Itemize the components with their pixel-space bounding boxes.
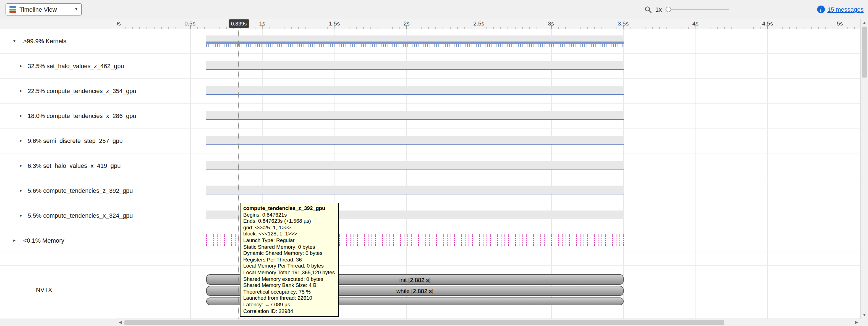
scroll-up-icon[interactable]: ▲ [861, 19, 868, 26]
bottom-left-filler [0, 319, 117, 326]
ruler-tick-mark [768, 25, 768, 29]
ruler-tick-mark [551, 25, 552, 29]
time-marker-badge[interactable]: 0.839s [228, 19, 249, 28]
tooltip-line: Dynamic Shared Memory: 0 bytes [243, 250, 335, 256]
timeline-row: ▾>99.9% Kernels [0, 29, 860, 54]
tooltip-title: compute_tendencies_z_392_gpu [243, 205, 335, 211]
timeline-view-dropdown[interactable]: Timeline View ▾ [5, 3, 82, 16]
tooltip-line: Local Memory Per Thread: 0 bytes [243, 263, 335, 269]
tooltip-line: Shared Memory executed: 0 bytes [243, 276, 335, 282]
kernel-activity-band[interactable] [206, 186, 624, 194]
time-marker-line [238, 29, 239, 319]
chevron-right-icon[interactable]: ▸ [20, 138, 22, 143]
horizontal-scrollbar[interactable]: ◀ ▶ [117, 319, 860, 326]
row-label: >99.9% Kernels [23, 38, 66, 44]
chevron-down-icon[interactable]: ▾ [13, 38, 16, 44]
chevron-right-icon[interactable]: ▸ [20, 188, 22, 193]
row-label-cell[interactable]: ▸<0.1% Memory [0, 228, 117, 253]
toolbar: Timeline View ▾ 1x i 15 messages [0, 0, 868, 19]
magnifier-icon [645, 6, 652, 13]
kernel-activity-line [206, 69, 624, 70]
nvtx-row-label[interactable]: NVTX [36, 287, 52, 293]
timeline-rows: ▾>99.9% Kernels▸32.5% set_halo_values_z_… [0, 29, 860, 316]
ruler-tick-label: 0s [117, 20, 121, 27]
row-label-cell[interactable]: ▸6.3% set_halo_values_x_419_gpu [0, 154, 117, 178]
scroll-down-icon[interactable]: ▼ [861, 311, 868, 319]
row-label-cell[interactable]: ▾>99.9% Kernels [0, 29, 117, 53]
zoom-slider-thumb[interactable] [665, 7, 671, 12]
tooltip-line: Registers Per Thread: 36 [243, 256, 335, 263]
kernel-launch-ticks [206, 44, 624, 47]
kernel-activity-band[interactable] [206, 111, 624, 120]
tooltip-lines: Begins: 0.847621sEnds: 0.847623s (+1.568… [243, 211, 335, 314]
messages-link[interactable]: 15 messages [827, 6, 864, 13]
horizontal-scrollbar-thumb[interactable] [124, 320, 724, 325]
empty-row [0, 253, 860, 266]
tooltip-line: Launch Type: Regular [243, 237, 335, 243]
timeline-content: ▾>99.9% Kernels▸32.5% set_halo_values_z_… [0, 29, 860, 319]
chevron-right-icon[interactable]: ▸ [20, 88, 22, 93]
kernel-activity-line [206, 119, 624, 120]
timeline-row: ▸9.6% semi_discrete_step_257_gpu [0, 129, 860, 154]
timeline-row: ▸<0.1% Memory [0, 228, 860, 253]
chevron-down-icon[interactable]: ▾ [71, 4, 81, 15]
row-label-cell[interactable]: ▸5.6% compute_tendencies_z_392_gpu [0, 179, 117, 203]
vertical-scrollbar-thumb[interactable] [862, 27, 867, 78]
chevron-right-icon[interactable]: ▸ [20, 63, 22, 69]
ruler-tick-mark [479, 25, 479, 29]
tooltip-line: grid: <<<25, 1, 1>>> [243, 224, 335, 231]
row-label-cell[interactable]: ▸18.0% compute_tendencies_x_286_gpu [0, 104, 117, 128]
kernel-summary-band[interactable] [206, 35, 624, 44]
timeline-row: ▸5.6% compute_tendencies_z_392_gpu [0, 179, 860, 203]
kernel-activity-band[interactable] [206, 61, 624, 70]
row-label: <0.1% Memory [23, 237, 64, 244]
kernel-activity-line [206, 194, 624, 194]
kernel-activity-band[interactable] [206, 86, 624, 95]
zoom-slider[interactable] [665, 5, 729, 13]
chevron-right-icon[interactable]: ▸ [20, 113, 22, 118]
zoom-level-label: 1x [655, 6, 662, 13]
kernel-activity-line [206, 94, 624, 95]
row-label-cell[interactable]: ▸32.5% set_halo_values_z_462_gpu [0, 54, 117, 78]
zoom-slider-track[interactable] [665, 9, 729, 10]
nvtx-bars: init [2.882 s]while [2.882 s] [117, 266, 860, 316]
messages-area: i 15 messages [817, 0, 864, 19]
chevron-right-icon[interactable]: ▸ [20, 163, 22, 168]
ruler-tick-mark [262, 25, 262, 29]
ruler-tick-mark [190, 25, 190, 29]
info-icon[interactable]: i [817, 5, 825, 13]
kernel-activity-band[interactable] [206, 161, 624, 169]
ruler-scale: 0s0.5s1s1.5s2s2.5s3s3.5s4s4.5s5s [117, 19, 860, 29]
timeline-row: ▸18.0% compute_tendencies_x_286_gpu [0, 104, 860, 129]
kernel-activity-band[interactable] [206, 136, 624, 144]
tooltip-line: Theoretical occupancy: 75 % [243, 288, 335, 295]
row-label-cell[interactable]: ▸22.5% compute_tendencies_z_354_gpu [0, 79, 117, 103]
row-timeline-cell [117, 29, 860, 53]
row-timeline-cell [117, 228, 860, 253]
vertical-scrollbar[interactable]: ▲ ▼ [860, 19, 868, 319]
scale-wrapper: Timeline View ▾ 1x i 15 messages 0s0.5s1… [0, 0, 868, 326]
chevron-right-icon[interactable]: ▸ [20, 213, 22, 218]
row-label: 32.5% set_halo_values_z_462_gpu [28, 62, 124, 69]
scroll-right-icon[interactable]: ▶ [853, 319, 860, 326]
tooltip-line: Ends: 0.847623s (+1.568 µs) [243, 218, 335, 224]
ruler-tick-mark [118, 25, 118, 29]
timeline-row: ▸6.3% set_halo_values_x_419_gpu [0, 154, 860, 179]
tooltip-line: Latency: ←7.089 µs [243, 301, 335, 308]
row-label-cell[interactable]: ▸9.6% semi_discrete_step_257_gpu [0, 129, 117, 153]
row-timeline-cell [117, 179, 860, 203]
tooltip-line: Begins: 0.847621s [243, 211, 335, 218]
timeline-row: ▸32.5% set_halo_values_z_462_gpu [0, 54, 860, 79]
ruler-tick-mark [407, 25, 407, 29]
row-label-cell[interactable]: ▸5.5% compute_tendencies_x_324_gpu [0, 203, 117, 228]
row-timeline-cell [117, 54, 860, 78]
chevron-right-icon[interactable]: ▸ [13, 238, 16, 243]
kernel-summary-bar[interactable] [206, 42, 624, 44]
timeline-view-label: Timeline View [19, 6, 71, 13]
timeline-row: ▸22.5% compute_tendencies_z_354_gpu [0, 79, 860, 104]
row-timeline-cell [117, 203, 860, 228]
panel-divider[interactable] [117, 29, 117, 319]
scroll-left-icon[interactable]: ◀ [117, 319, 124, 326]
timeline-ruler[interactable]: 0s0.5s1s1.5s2s2.5s3s3.5s4s4.5s5s 0.839s [0, 19, 860, 29]
kernel-activity-line [206, 169, 624, 169]
